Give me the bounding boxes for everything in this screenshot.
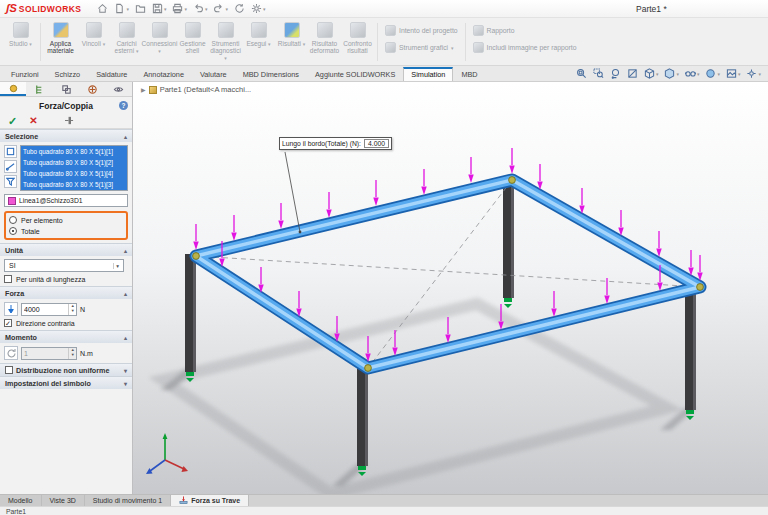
ribbon-button-applica-materiale[interactable]: Applica materiale xyxy=(44,20,77,64)
options-button[interactable]: ▾ xyxy=(251,3,266,14)
force-callout[interactable]: Lungo il bordo(Totale) (N): 4.000 xyxy=(279,137,392,150)
spinner-down-icon[interactable]: ▼ xyxy=(71,309,75,314)
section-header-momento[interactable]: Momento ▴ xyxy=(0,330,132,343)
feature-tree-tab[interactable] xyxy=(26,82,52,96)
previous-view-icon[interactable] xyxy=(610,68,621,79)
keep-visible-pin-button[interactable] xyxy=(64,116,75,126)
force-value-input[interactable] xyxy=(22,304,68,315)
tab-schizzo[interactable]: Schizzo xyxy=(47,67,89,81)
per-unit-length-checkbox[interactable]: Per unità di lunghezza xyxy=(4,275,128,283)
configuration-manager-tab[interactable] xyxy=(53,82,79,96)
ribbon-button-intento-progetto[interactable]: Intento del progetto xyxy=(385,25,458,36)
zoom-area-icon[interactable] xyxy=(593,68,604,79)
flyout-expand-icon[interactable]: ▶ xyxy=(141,86,146,93)
section-header-forza[interactable]: Forza ▴ xyxy=(0,286,132,299)
redo-button[interactable]: ▾ xyxy=(213,3,228,14)
tab-annotazione[interactable]: Annotazione xyxy=(135,67,192,81)
list-item[interactable]: Tubo quadrato 80 X 80 X 5(1)[4] xyxy=(21,168,127,179)
force-unit-label: N xyxy=(80,306,85,313)
ribbon-button-risultati[interactable]: Risultati ▾ xyxy=(275,20,308,64)
dropdown-arrow-icon: ▾ xyxy=(676,71,679,77)
ribbon-button-risultato-deformato[interactable]: Risultato deformato xyxy=(308,20,341,64)
tab-studio-movimento[interactable]: Studio di movimento 1 xyxy=(85,495,171,506)
collapse-chevron-icon: ▴ xyxy=(124,334,127,341)
new-document-button[interactable]: ▾ xyxy=(114,3,129,14)
print-button[interactable]: ▾ xyxy=(172,3,187,14)
radio-totale[interactable]: Totale xyxy=(9,227,123,235)
hide-show-items-icon[interactable]: ▾ xyxy=(685,68,700,79)
display-style-icon[interactable]: ▾ xyxy=(664,68,679,79)
ribbon-button-rapporto[interactable]: Rapporto xyxy=(473,25,577,36)
ribbon-button-includi-immagine[interactable]: Includi immagine per rapporto xyxy=(473,42,577,53)
section-header-distribuzione[interactable]: Distribuzione non uniforme ▾ xyxy=(0,363,132,376)
cancel-button[interactable]: ✕ xyxy=(29,116,37,126)
command-manager-ribbon: Studio ▾ Applica materiale Vincoli ▾ Car… xyxy=(0,18,768,66)
diagnostic-tools-icon xyxy=(218,22,234,38)
display-manager-tab[interactable] xyxy=(106,82,132,96)
tab-simulation[interactable]: Simulation xyxy=(403,67,453,81)
open-document-button[interactable] xyxy=(135,3,146,14)
tab-funzioni[interactable]: Funzioni xyxy=(3,67,47,81)
section-header-impostazioni[interactable]: Impostazioni del simbolo ▾ xyxy=(0,376,132,389)
section-header-unita[interactable]: Unità ▴ xyxy=(0,243,132,256)
tab-valutare[interactable]: Valutare xyxy=(192,67,235,81)
include-image-icon xyxy=(473,42,484,53)
undo-button[interactable]: ▾ xyxy=(193,3,208,14)
apply-material-icon xyxy=(53,22,69,38)
view-orientation-icon[interactable]: ▾ xyxy=(644,68,659,79)
ribbon-button-gestione-shell[interactable]: Gestione shell xyxy=(176,20,209,64)
ribbon-button-vincoli[interactable]: Vincoli ▾ xyxy=(77,20,110,64)
ok-button[interactable]: ✓ xyxy=(8,116,17,127)
tab-mbd[interactable]: MBD xyxy=(453,67,485,81)
tab-aggiunte-solidworks[interactable]: Aggiunte SOLIDWORKS xyxy=(307,67,403,81)
units-select[interactable]: SI ▾ xyxy=(4,259,124,272)
tab-saldature[interactable]: Saldature xyxy=(88,67,135,81)
section-header-selezione[interactable]: Selezione ▴ xyxy=(0,129,132,142)
ribbon-button-studio[interactable]: Studio ▾ xyxy=(4,20,37,64)
tab-mbd-dimensions[interactable]: MBD Dimensions xyxy=(235,67,307,81)
edit-appearance-icon[interactable]: ▾ xyxy=(705,68,720,79)
moment-value-input[interactable] xyxy=(22,348,68,359)
dropdown-arrow-icon: ▾ xyxy=(656,71,659,77)
section-view-icon[interactable] xyxy=(627,68,638,79)
flyout-feature-tree[interactable]: ▶ Parte1 (Default<A macchi... xyxy=(141,85,251,94)
checkbox-checked-icon: ✓ xyxy=(4,319,12,327)
ribbon-button-esegui[interactable]: Esegui ▾ xyxy=(242,20,275,64)
ribbon-button-connessioni[interactable]: Connessioni ▾ xyxy=(143,20,176,64)
home-button[interactable] xyxy=(97,3,108,14)
select-joints-icon[interactable] xyxy=(4,145,17,158)
force-callout-value[interactable]: 4.000 xyxy=(364,139,389,148)
ribbon-button-carichi-esterni[interactable]: Carichi esterni ▾ xyxy=(110,20,143,64)
tab-viste-3d[interactable]: Viste 3D xyxy=(42,495,85,506)
reverse-direction-checkbox[interactable]: ✓ Direzione contraria xyxy=(4,319,128,327)
ribbon-button-confronto-risultati[interactable]: Confronto risultati xyxy=(341,20,374,64)
ribbon-button-strumenti-diagnostici[interactable]: Strumenti diagnostici ▾ xyxy=(209,20,242,64)
select-beams-icon[interactable] xyxy=(4,160,17,173)
list-item[interactable]: Tubo quadrato 80 X 80 X 5(1)[2] xyxy=(21,157,127,168)
selection-filter-icon[interactable] xyxy=(4,175,17,188)
help-icon[interactable]: ? xyxy=(119,101,128,110)
save-button[interactable]: ▾ xyxy=(152,3,167,14)
graphics-viewport[interactable]: ▶ Parte1 (Default<A macchi... Lungo il b… xyxy=(133,82,768,494)
property-manager-tab[interactable] xyxy=(0,82,26,96)
rebuild-button[interactable] xyxy=(234,3,245,14)
zoom-fit-icon[interactable] xyxy=(576,68,587,79)
force-spinner[interactable]: ▲▼ xyxy=(68,304,76,315)
apply-scene-icon[interactable]: ▾ xyxy=(726,68,741,79)
tab-modello[interactable]: Modello xyxy=(0,495,42,506)
moment-direction-icon xyxy=(4,346,18,360)
selected-beams-list[interactable]: Tubo quadrato 80 X 80 X 5(1)[1] Tubo qua… xyxy=(20,145,128,191)
list-item[interactable]: Tubo quadrato 80 X 80 X 5(1)[1] xyxy=(21,146,127,157)
ribbon-separator xyxy=(377,23,378,61)
tab-forza-su-trave[interactable]: Forza su Trave xyxy=(171,495,249,506)
checkbox-icon[interactable] xyxy=(5,366,13,374)
radio-per-elemento[interactable]: Per elemento xyxy=(9,216,123,224)
ribbon-button-strumenti-grafici[interactable]: Strumenti grafici▾ xyxy=(385,42,458,53)
view-settings-icon[interactable]: ▾ xyxy=(746,68,761,79)
list-item[interactable]: Tubo quadrato 80 X 80 X 5(1)[3] xyxy=(21,179,127,190)
force-direction-icon xyxy=(4,302,18,316)
direction-reference-field[interactable]: Linea1@Schizzo3D1 xyxy=(4,194,128,207)
dimxpert-manager-tab[interactable] xyxy=(79,82,105,96)
heads-up-toolbar: ▾ ▾ ▾ ▾ ▾ ▾ xyxy=(576,68,768,81)
callout-leader-line xyxy=(285,152,301,233)
